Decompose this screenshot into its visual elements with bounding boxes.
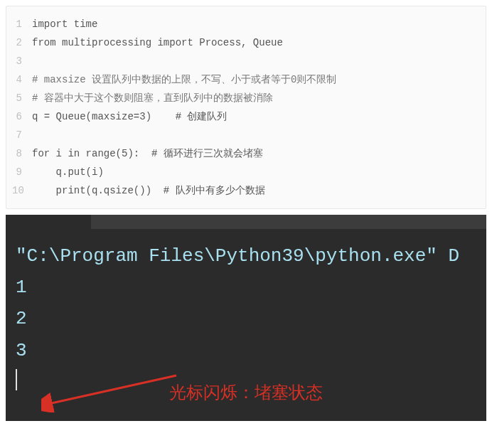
code-line: 2 from multiprocessing import Process, Q… xyxy=(12,33,480,52)
line-number: 8 xyxy=(12,144,32,163)
code-line: 4 # maxsize 设置队列中数据的上限，不写、小于或者等于0则不限制 xyxy=(12,70,480,89)
code-text: import time xyxy=(32,15,97,33)
code-text: print(q.qsize()) # 队列中有多少个数据 xyxy=(32,181,265,200)
code-text: # maxsize 设置队列中数据的上限，不写、小于或者等于0则不限制 xyxy=(32,70,336,89)
code-text: q = Queue(maxsize=3) # 创建队列 xyxy=(32,107,227,126)
code-text: for i in range(5): # 循环进行三次就会堵塞 xyxy=(32,144,263,163)
line-number: 10 xyxy=(12,181,32,200)
code-line: 5 # 容器中大于这个数则阻塞，直到队列中的数据被消除 xyxy=(12,89,480,107)
line-number: 4 xyxy=(12,70,32,89)
cursor-icon xyxy=(16,369,17,390)
code-line: 6 q = Queue(maxsize=3) # 创建队列 xyxy=(12,107,480,126)
code-text: # 容器中大于这个数则阻塞，直到队列中的数据被消除 xyxy=(32,89,273,107)
code-line: 10 print(q.qsize()) # 队列中有多少个数据 xyxy=(12,181,480,200)
terminal: "C:\Program Files\Python39\python.exe" D… xyxy=(6,215,486,421)
terminal-output-line: 2 xyxy=(16,303,476,334)
terminal-output-line: 3 xyxy=(16,335,476,366)
terminal-command: "C:\Program Files\Python39\python.exe" D xyxy=(16,240,476,272)
code-line: 8 for i in range(5): # 循环进行三次就会堵塞 xyxy=(12,144,480,163)
code-line: 3 xyxy=(12,52,480,70)
line-number: 5 xyxy=(12,89,32,107)
terminal-tab[interactable] xyxy=(6,215,91,229)
code-text: q.put(i) xyxy=(32,163,104,181)
line-number: 9 xyxy=(12,163,32,181)
line-number: 7 xyxy=(12,126,32,144)
terminal-output-line: 1 xyxy=(16,272,476,303)
code-line: 7 xyxy=(12,126,480,144)
terminal-content: "C:\Program Files\Python39\python.exe" D… xyxy=(6,229,486,396)
code-line: 9 q.put(i) xyxy=(12,163,480,181)
line-number: 2 xyxy=(12,33,32,52)
code-block: 1 import time 2 from multiprocessing imp… xyxy=(6,6,486,209)
line-number: 3 xyxy=(12,52,32,70)
annotation-text: 光标闪烁：堵塞状态 xyxy=(169,381,323,404)
line-number: 1 xyxy=(12,15,32,33)
terminal-tab-bar xyxy=(6,215,486,229)
code-line: 1 import time xyxy=(12,15,480,33)
line-number: 6 xyxy=(12,107,32,126)
code-text: from multiprocessing import Process, Que… xyxy=(32,33,283,52)
